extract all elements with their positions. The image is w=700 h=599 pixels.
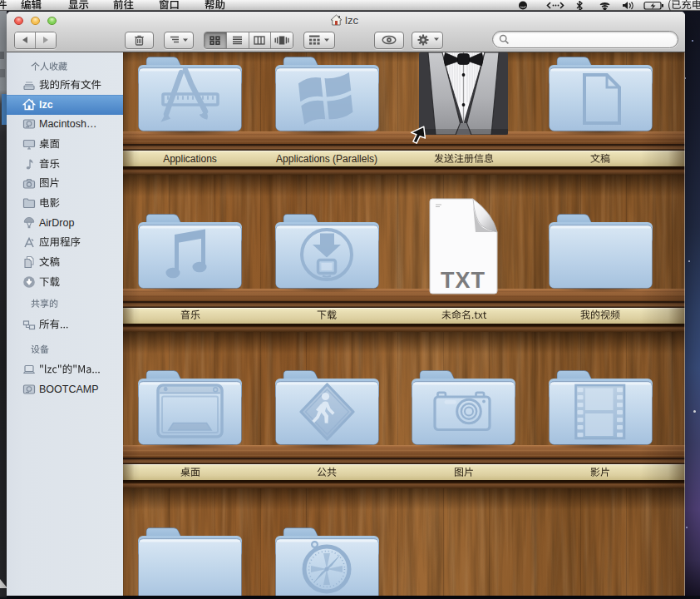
svg-text:TXT: TXT <box>441 268 486 293</box>
